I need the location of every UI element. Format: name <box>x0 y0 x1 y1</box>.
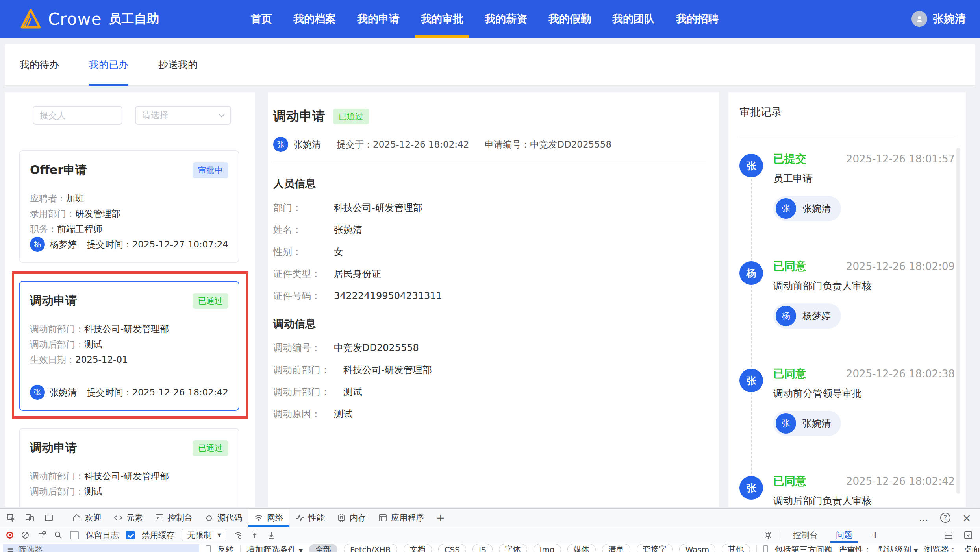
content-area: 请选择 Offer申请 审批中 应聘者：加班 录用部门：研发管理部 职务：前端工… <box>5 86 975 507</box>
drawer-tab-console[interactable]: 控制台 <box>787 527 823 543</box>
devtools-more-button[interactable]: … <box>919 512 928 523</box>
row-label: 部门： <box>273 201 320 214</box>
field-label: 调动前部门： <box>30 324 84 334</box>
row-label: 性别： <box>273 245 320 258</box>
performance-icon <box>295 513 305 522</box>
approval-history-title: 审批记录 <box>739 105 782 119</box>
filter-pill-wasm[interactable]: Wasm <box>679 544 716 552</box>
throttling-select[interactable]: 无限制▼ <box>182 529 226 541</box>
nav-item-home[interactable]: 首页 <box>249 0 274 38</box>
filter-pill-media[interactable]: 媒体 <box>567 544 596 552</box>
timeline-node: 调动前分管领导审批 <box>773 387 955 400</box>
avatar: 张 <box>776 198 796 219</box>
row-value: 张婉清 <box>334 223 362 236</box>
expand-drawer-icon[interactable] <box>963 530 973 540</box>
clear-network-log-icon[interactable] <box>20 530 30 540</box>
field-label: 调动后部门： <box>30 486 84 497</box>
user-menu[interactable]: 张婉清 <box>911 0 966 38</box>
approval-card-offer[interactable]: Offer申请 审批中 应聘者：加班 录用部门：研发管理部 职务：前端工程师 杨… <box>19 150 239 263</box>
devtools-tab-application[interactable]: 应用程序 <box>372 509 430 527</box>
tab-cc-to-me[interactable]: 抄送我的 <box>158 44 198 86</box>
row-label: 姓名： <box>273 223 320 236</box>
submitter-search-input[interactable] <box>33 106 122 125</box>
record-network-log-button[interactable] <box>6 532 13 539</box>
network-settings-gear-icon[interactable] <box>763 530 773 540</box>
dock-side-icon[interactable] <box>44 513 54 522</box>
filter-pill-other[interactable]: 其他 <box>722 544 750 552</box>
help-button[interactable]: ? <box>940 513 950 523</box>
network-conditions-icon[interactable] <box>233 530 243 540</box>
devtools-tab-memory[interactable]: 内存 <box>331 509 372 527</box>
row-value: 测试 <box>334 407 353 421</box>
nav-item-my-applications[interactable]: 我的申请 <box>356 0 401 38</box>
row-value: 中竞发DD2025558 <box>334 341 419 354</box>
devtools-tabs: 欢迎 元素 控制台 源代码 网络 性能 <box>66 509 451 527</box>
scrollbar-thumb[interactable] <box>956 148 960 494</box>
tab-my-done[interactable]: 我的已办 <box>89 44 128 86</box>
devtools-tab-sources[interactable]: 源代码 <box>198 509 248 527</box>
tab-my-todo[interactable]: 我的待办 <box>20 44 59 86</box>
approval-card-transfer-selected[interactable]: 调动申请 已通过 调动前部门：科技公司-研发管理部 调动后部门：测试 生效日期：… <box>19 281 239 411</box>
devtools-tab-network[interactable]: 网络 <box>248 509 289 527</box>
nav-item-my-salary[interactable]: 我的薪资 <box>483 0 529 38</box>
row-value: 342224199504231311 <box>334 289 442 303</box>
field-value: 研发管理部 <box>75 209 120 219</box>
filter-icon[interactable] <box>37 530 46 540</box>
include-third-party-checkbox[interactable] <box>763 545 768 552</box>
nav-item-my-archive[interactable]: 我的档案 <box>292 0 337 38</box>
filter-pill-doc[interactable]: 文档 <box>404 544 432 552</box>
nav-item-my-recruiting[interactable]: 我的招聘 <box>674 0 720 38</box>
filter-pill-js[interactable]: JS <box>472 544 493 552</box>
nav-item-my-team[interactable]: 我的团队 <box>611 0 656 38</box>
preserve-log-checkbox[interactable] <box>70 531 79 539</box>
more-tabs-button[interactable]: + <box>430 509 451 527</box>
nav-item-my-approvals[interactable]: 我的审批 <box>419 0 465 38</box>
approval-card-transfer-2[interactable]: 调动申请 已通过 调动前部门：科技公司-研发管理部 调动后部门：测试 <box>19 428 239 507</box>
memory-chip-icon <box>337 513 346 522</box>
submit-time: 提交时间：2025-12-27 10:07:24 <box>87 238 228 251</box>
filter-pill-socket[interactable]: 套接字 <box>637 544 673 552</box>
filter-pill-manifest[interactable]: 清单 <box>602 544 630 552</box>
detail-title: 调动申请 <box>273 107 325 125</box>
drawer-more-tabs-button[interactable]: + <box>865 530 886 541</box>
dock-drawer-icon[interactable] <box>944 530 953 540</box>
row-label: 调动后部门： <box>273 385 330 399</box>
type-select[interactable]: 请选择 <box>135 106 231 125</box>
import-har-icon[interactable] <box>250 530 259 540</box>
filter-pill-all[interactable]: 全部 <box>309 544 337 552</box>
filter-pill-font[interactable]: 字体 <box>499 544 527 552</box>
main-nav: 首页 我的档案 我的申请 我的审批 我的薪资 我的假勤 我的团队 我的招聘 <box>249 0 720 38</box>
network-filter-input[interactable]: ≡ 筛选器 <box>3 544 199 552</box>
app-header: Crowe 员工自助 首页 我的档案 我的申请 我的审批 我的薪资 我的假勤 我… <box>0 0 980 38</box>
field-label: 录用部门： <box>30 209 75 219</box>
devtools-tab-performance[interactable]: 性能 <box>289 509 331 527</box>
close-devtools-button[interactable]: × <box>962 511 971 524</box>
severity-select[interactable]: 默认级别 ▼ <box>878 544 918 552</box>
devtools-tab-welcome[interactable]: 欢迎 <box>66 509 107 527</box>
avatar: 杨 <box>739 261 763 285</box>
device-toolbar-icon[interactable] <box>25 513 35 522</box>
disable-cache-checkbox[interactable] <box>126 531 135 539</box>
filter-pill-img[interactable]: Img <box>534 544 561 552</box>
disable-cache-label: 禁用缓存 <box>142 530 175 541</box>
more-filters-dropdown[interactable]: 增加筛选条件 ▼ <box>246 544 303 552</box>
devtools-tab-console[interactable]: 控制台 <box>149 509 198 527</box>
timeline-time: 2025-12-26 18:02:42 <box>846 475 955 487</box>
row-label: 调动编号： <box>273 341 320 354</box>
nav-item-my-attendance[interactable]: 我的假勤 <box>547 0 593 38</box>
field-label: 调动前部门： <box>30 471 84 481</box>
filter-pill-css[interactable]: CSS <box>438 544 466 552</box>
filter-pill-fetch-xhr[interactable]: Fetch/XHR <box>344 544 397 552</box>
export-har-icon[interactable] <box>267 530 276 540</box>
drawer-tab-issues[interactable]: 问题 <box>830 527 858 543</box>
product-name: 员工自助 <box>109 10 159 28</box>
invert-filter-checkbox[interactable] <box>206 545 211 552</box>
browser-value: 桌面 <box>963 544 980 552</box>
search-icon[interactable] <box>54 530 63 540</box>
brand-logo: Crowe 员工自助 <box>20 0 159 38</box>
inspect-element-icon[interactable] <box>6 513 16 522</box>
timeline-person-pill: 张 张婉清 <box>773 196 841 221</box>
main-content: 我的待办 我的已办 抄送我的 请选择 Offer申请 审批中 应聘者：加班 录用… <box>5 44 975 507</box>
devtools-tab-elements[interactable]: 元素 <box>107 509 149 527</box>
network-toolbar: 保留日志 禁用缓存 无限制▼ 控制台 问题 + <box>0 527 980 543</box>
